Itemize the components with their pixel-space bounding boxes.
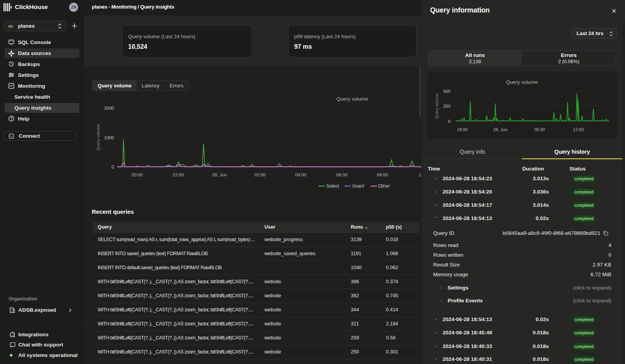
- svg-text:500: 500: [443, 89, 450, 94]
- svg-text:02:00: 02:00: [255, 172, 266, 177]
- svg-text:18:00: 18:00: [457, 127, 468, 132]
- svg-text:1000: 1000: [104, 135, 114, 140]
- svg-text:Query volume: Query volume: [337, 96, 368, 102]
- svg-text:20:00: 20:00: [132, 172, 143, 177]
- svg-text:06:00: 06:00: [534, 127, 545, 132]
- svg-text:0: 0: [448, 119, 450, 124]
- svg-text:Other: Other: [378, 183, 390, 189]
- svg-text:06:00: 06:00: [336, 172, 348, 177]
- svg-text:08:00: 08:00: [377, 172, 388, 177]
- svg-text:Query volume: Query volume: [434, 93, 439, 119]
- svg-text:22:00: 22:00: [173, 172, 184, 177]
- svg-text:250: 250: [443, 104, 450, 108]
- svg-text:28. Jun: 28. Jun: [493, 127, 507, 132]
- svg-text:Insert: Insert: [352, 183, 364, 189]
- svg-text:12:00: 12:00: [573, 127, 584, 132]
- svg-text:0: 0: [112, 165, 114, 169]
- svg-text:2000: 2000: [104, 106, 114, 110]
- svg-text:Query volume: Query volume: [506, 79, 538, 85]
- svg-text:aws: aws: [9, 25, 13, 27]
- svg-text:Select: Select: [326, 183, 339, 189]
- svg-text:Query volume: Query volume: [96, 124, 100, 151]
- svg-text:28. Jun: 28. Jun: [212, 172, 227, 177]
- svg-text:04:00: 04:00: [295, 172, 307, 177]
